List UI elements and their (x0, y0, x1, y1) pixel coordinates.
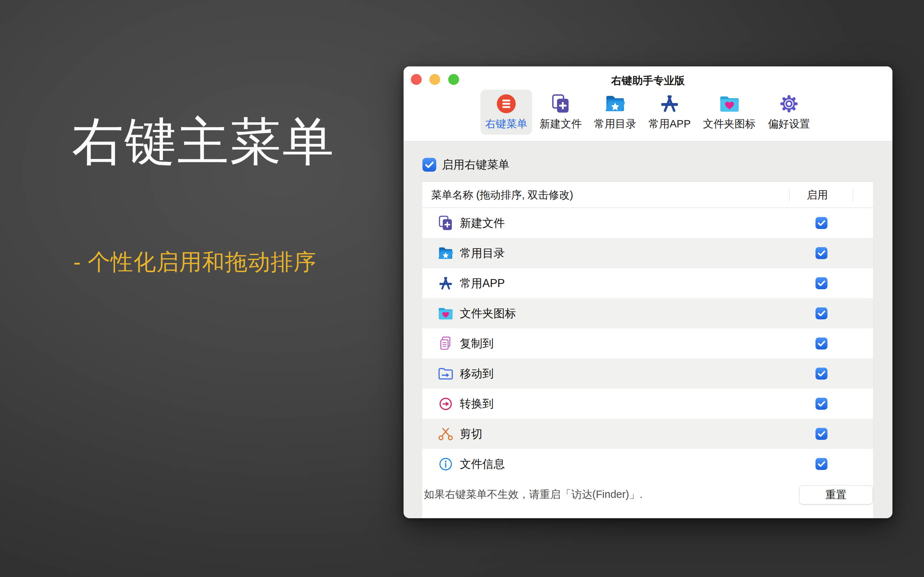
toolbar-item-new-file[interactable]: 新建文件 (535, 90, 587, 135)
toolbar-item-folder-icons[interactable]: 文件夹图标 (698, 90, 760, 135)
row-label: 新建文件 (460, 208, 505, 238)
app-window: 右键助手专业版 右键菜单 (403, 66, 892, 518)
table-row[interactable]: 常用APP (422, 268, 873, 298)
slide-subtitle: - 个性化启用和拖动排序 (73, 247, 316, 277)
column-divider (789, 189, 790, 201)
footer-note: 如果右键菜单不生效，请重启「访达(Finder)」. (424, 487, 643, 502)
toolbar-item-favorite-apps[interactable]: 常用APP (644, 90, 695, 135)
toolbar-item-label: 文件夹图标 (703, 117, 756, 131)
enable-context-menu-row: 启用右键菜单 (422, 157, 510, 172)
row-checkbox[interactable] (816, 277, 827, 289)
table-row[interactable]: 常用目录 (422, 238, 873, 268)
row-checkbox[interactable] (816, 307, 827, 319)
window-title: 右键助手专业版 (403, 74, 892, 88)
table-row[interactable]: 文件夹图标 (422, 298, 873, 329)
toolbar-item-label: 常用目录 (594, 117, 636, 131)
folder-star-icon (437, 245, 454, 262)
new-file-icon (437, 215, 454, 232)
row-label: 剪切 (460, 419, 482, 449)
toolbar-item-label: 新建文件 (540, 117, 582, 131)
copy-icon (437, 335, 454, 352)
table-row[interactable]: 剪切 (422, 419, 873, 449)
row-checkbox[interactable] (816, 428, 827, 440)
table-row[interactable]: 转换到 (422, 388, 873, 419)
folder-star-icon (604, 92, 626, 116)
row-checkbox[interactable] (816, 217, 827, 229)
folder-heart-icon (718, 92, 741, 116)
enable-context-menu-checkbox[interactable] (422, 158, 436, 172)
enable-column-header: 启用 (799, 182, 835, 208)
column-divider (853, 189, 853, 201)
row-label: 复制到 (460, 329, 493, 359)
gear-icon (779, 92, 799, 116)
row-checkbox[interactable] (816, 458, 827, 470)
toolbar-item-label: 偏好设置 (768, 117, 810, 131)
row-label: 文件夹图标 (460, 298, 516, 329)
new-file-icon (551, 92, 571, 116)
move-icon (437, 366, 454, 382)
menu-items-table: 菜单名称 (拖动排序, 双击修改) 启用 新建文件 (422, 181, 874, 518)
table-row[interactable]: 复制到 (422, 329, 873, 359)
table-header: 菜单名称 (拖动排序, 双击修改) 启用 (422, 182, 873, 208)
row-checkbox[interactable] (816, 247, 827, 259)
row-label: 转换到 (460, 388, 493, 419)
reset-button[interactable]: 重置 (799, 485, 873, 504)
name-column-header: 菜单名称 (拖动排序, 双击修改) (431, 182, 573, 208)
table-row[interactable]: 新建文件 (422, 208, 873, 238)
row-label: 文件信息 (460, 449, 505, 479)
toolbar: 右键菜单 新建文件 (481, 90, 815, 135)
row-checkbox[interactable] (816, 337, 827, 350)
toolbar-item-favorite-folders[interactable]: 常用目录 (589, 90, 641, 135)
toolbar-item-preferences[interactable]: 偏好设置 (763, 90, 815, 135)
slide-headline: 右键主菜单 (72, 113, 335, 170)
appstore-icon (660, 92, 680, 116)
window-header: 右键助手专业版 右键菜单 (403, 66, 892, 142)
row-label: 移动到 (460, 359, 493, 388)
row-checkbox[interactable] (816, 398, 827, 410)
toolbar-item-label: 常用APP (648, 117, 691, 131)
table-row[interactable]: 移动到 (422, 359, 873, 388)
enable-context-menu-label: 启用右键菜单 (442, 157, 510, 172)
info-icon (437, 456, 454, 472)
appstore-icon (437, 275, 454, 292)
row-checkbox[interactable] (816, 367, 827, 380)
row-label: 常用APP (460, 268, 505, 298)
menu-lines-icon (496, 92, 516, 116)
cut-icon (437, 425, 454, 442)
toolbar-item-label: 右键菜单 (485, 117, 527, 131)
slide-background: 右键主菜单 - 个性化启用和拖动排序 右键助手专业版 右键菜单 (0, 0, 924, 577)
folder-heart-icon (437, 305, 454, 322)
table-row[interactable]: 文件信息 (422, 449, 873, 479)
toolbar-item-context-menu[interactable]: 右键菜单 (481, 90, 532, 135)
row-label: 常用目录 (460, 238, 505, 268)
convert-icon (437, 396, 454, 412)
